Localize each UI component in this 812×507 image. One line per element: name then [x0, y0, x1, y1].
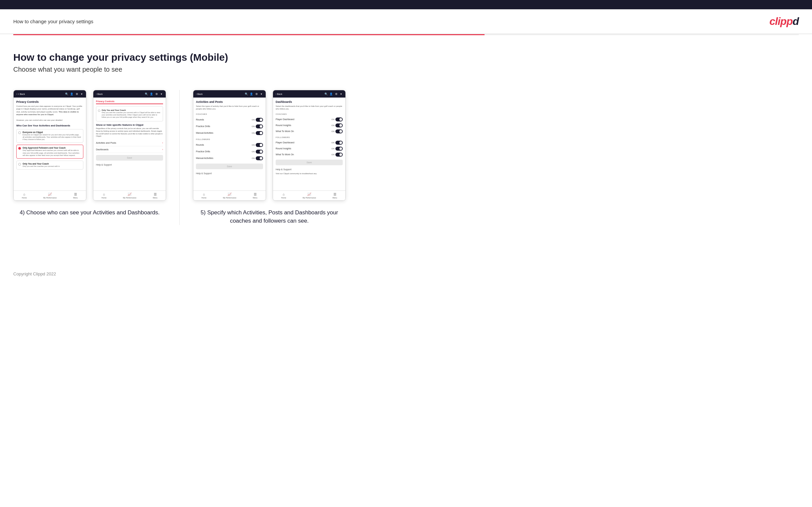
settings-icon[interactable]: ⚙ — [75, 92, 79, 96]
tab-performance-4[interactable]: 📈 My Performance — [303, 192, 316, 199]
chevron-icon-3[interactable]: ▾ — [260, 92, 263, 96]
tab-menu-label: Menu — [73, 197, 78, 199]
chevron-icon-2[interactable]: ▾ — [160, 92, 163, 96]
main-content: How to change your privacy settings (Mob… — [0, 35, 812, 265]
tab-performance-2[interactable]: 📈 My Performance — [123, 192, 136, 199]
follower-player-dash-row: Player Dashboard ON — [276, 140, 343, 146]
privacy-controls-label2: Privacy Controls — [96, 100, 163, 104]
tab-home-3[interactable]: ⌂ Home — [202, 192, 207, 199]
person-icon-2[interactable]: 👤 — [150, 92, 153, 96]
follower-what-to-work-toggle[interactable] — [336, 153, 343, 157]
phone4-nav-icons: 🔍 👤 ⚙ ▾ — [324, 92, 343, 96]
search-icon[interactable]: 🔍 — [65, 92, 68, 96]
tab-home-4[interactable]: ⌂ Home — [281, 192, 286, 199]
home-icon: ⌂ — [23, 192, 25, 196]
activities-posts-row[interactable]: Activities and Posts › — [96, 140, 163, 146]
phone1-body: Privacy Controls Control how you and you… — [14, 98, 86, 190]
privacy-controls-text: Control how you and your data appears to… — [16, 105, 83, 116]
settings-icon-4[interactable]: ⚙ — [335, 92, 338, 96]
coach-what-to-work-toggle[interactable] — [336, 129, 343, 133]
phone1-navbar: ‹< Back 🔍 👤 ⚙ ▾ — [14, 90, 86, 98]
settings-icon-3[interactable]: ⚙ — [255, 92, 258, 96]
tab-performance-3[interactable]: 📈 My Performance — [223, 192, 236, 199]
home-icon-3: ⌂ — [203, 192, 205, 196]
coach-what-to-work-row: What To Work On ON — [276, 128, 343, 134]
follower-rounds-toggle[interactable] — [256, 143, 263, 147]
dashboards-row[interactable]: Dashboards › — [96, 146, 163, 153]
phone1-back[interactable]: ‹< Back — [16, 93, 25, 95]
coach-player-dash-label: Player Dashboard — [276, 118, 294, 120]
follower-player-dash-label: Player Dashboard — [276, 142, 294, 144]
search-icon-2[interactable]: 🔍 — [145, 92, 148, 96]
option-you-coach[interactable]: Only You and Your Coach Only you and the… — [16, 161, 83, 170]
tab-menu-4[interactable]: ☰ Menu — [333, 192, 337, 199]
option-everyone[interactable]: Everyone on Clippd Everyone on Clippd ca… — [16, 129, 83, 143]
home-icon-4: ⌂ — [283, 192, 285, 196]
follower-round-insights-on: ON — [332, 148, 335, 150]
group1-section: ‹< Back 🔍 👤 ⚙ ▾ Privacy Controls — [13, 90, 166, 217]
tab-menu-3[interactable]: ☰ Menu — [253, 192, 257, 199]
tab-home-label: Home — [22, 197, 27, 199]
tab-menu-2[interactable]: ☰ Menu — [153, 192, 157, 199]
follower-what-to-work-label: What To Work On — [276, 153, 294, 156]
person-icon-3[interactable]: 👤 — [250, 92, 253, 96]
phone4-back[interactable]: ‹ Back — [276, 93, 282, 95]
follower-round-insights-toggle[interactable] — [336, 147, 343, 151]
save-button-4[interactable]: Save — [276, 160, 343, 165]
coach-manual-row: Manual Activities ON — [196, 130, 263, 136]
followers-label-4: FOLLOWERS — [276, 136, 343, 138]
tab-home[interactable]: ⌂ Home — [22, 192, 27, 199]
person-icon[interactable]: 👤 — [70, 92, 73, 96]
option-approved-title: Only Approved Followers and Your Coach — [22, 147, 81, 149]
activities-posts-desc: Select the types of activity that you'd … — [196, 105, 263, 111]
follower-drills-toggle[interactable] — [256, 150, 263, 154]
follower-player-dash-toggle[interactable] — [336, 141, 343, 145]
coach-drills-toggle[interactable] — [256, 124, 263, 128]
coach-player-dash-toggle[interactable] — [336, 117, 343, 121]
settings-icon-2[interactable]: ⚙ — [155, 92, 158, 96]
phone2-back[interactable]: ‹ Back — [96, 93, 103, 95]
follower-drills-on: ON — [252, 151, 255, 153]
phone2-col: ‹ Back 🔍 👤 ⚙ ▾ Privacy Controls — [93, 90, 166, 201]
save-button-3[interactable]: Save — [196, 164, 263, 169]
chevron-icon[interactable]: ▾ — [80, 92, 83, 96]
search-icon-4[interactable]: 🔍 — [324, 92, 328, 96]
tab-performance-label-2: My Performance — [123, 197, 136, 199]
menu-icon-2: ☰ — [154, 192, 157, 196]
coach-manual-toggle[interactable] — [256, 131, 263, 135]
phone1-col: ‹< Back 🔍 👤 ⚙ ▾ Privacy Controls — [13, 90, 86, 201]
coach-rounds-on: ON — [252, 119, 255, 121]
person-icon-4[interactable]: 👤 — [329, 92, 333, 96]
screenshots-container: ‹< Back 🔍 👤 ⚙ ▾ Privacy Controls — [13, 90, 799, 225]
tab-menu[interactable]: ☰ Menu — [73, 192, 78, 199]
dropdown-section[interactable]: Only You and Your Coach Only you and the… — [96, 106, 163, 121]
menu-icon-3: ☰ — [254, 192, 257, 196]
group2-caption: 5) Specify which Activities, Posts and D… — [196, 209, 342, 225]
tab-home-2[interactable]: ⌂ Home — [102, 192, 107, 199]
activities-posts-chevron: › — [162, 142, 163, 144]
save-button-2[interactable]: Save — [96, 155, 163, 161]
coach-rounds-toggle[interactable] — [256, 118, 263, 122]
chart-icon-4: 📈 — [307, 192, 311, 196]
coach-rounds-label: Rounds — [196, 118, 204, 121]
tab-home-label-2: Home — [102, 197, 107, 199]
follower-manual-on: ON — [252, 157, 255, 159]
follower-manual-toggle[interactable] — [256, 156, 263, 160]
phone3-back[interactable]: ‹ Back — [196, 93, 203, 95]
chevron-icon-4[interactable]: ▾ — [340, 92, 343, 96]
search-icon-3[interactable]: 🔍 — [245, 92, 248, 96]
coach-what-to-work-label: What To Work On — [276, 130, 294, 132]
phone1-frame: ‹< Back 🔍 👤 ⚙ ▾ Privacy Controls — [13, 90, 86, 201]
tab-performance-label-3: My Performance — [223, 197, 236, 199]
phone3-navbar: ‹ Back 🔍 👤 ⚙ ▾ — [193, 90, 266, 98]
tab-performance[interactable]: 📈 My Performance — [43, 192, 56, 199]
chart-icon: 📈 — [48, 192, 52, 196]
coach-round-insights-toggle[interactable] — [336, 123, 343, 127]
phone2-body: Privacy Controls Only You and Your Coach… — [93, 98, 166, 190]
coach-manual-on: ON — [252, 132, 255, 134]
copyright: Copyright Clippd 2022 — [13, 271, 56, 276]
breadcrumb: How to change your privacy settings — [13, 18, 93, 24]
coach-drills-label: Practice Drills — [196, 125, 210, 127]
follower-drills-label: Practice Drills — [196, 150, 210, 153]
option-approved[interactable]: Only Approved Followers and Your Coach O… — [16, 145, 83, 158]
